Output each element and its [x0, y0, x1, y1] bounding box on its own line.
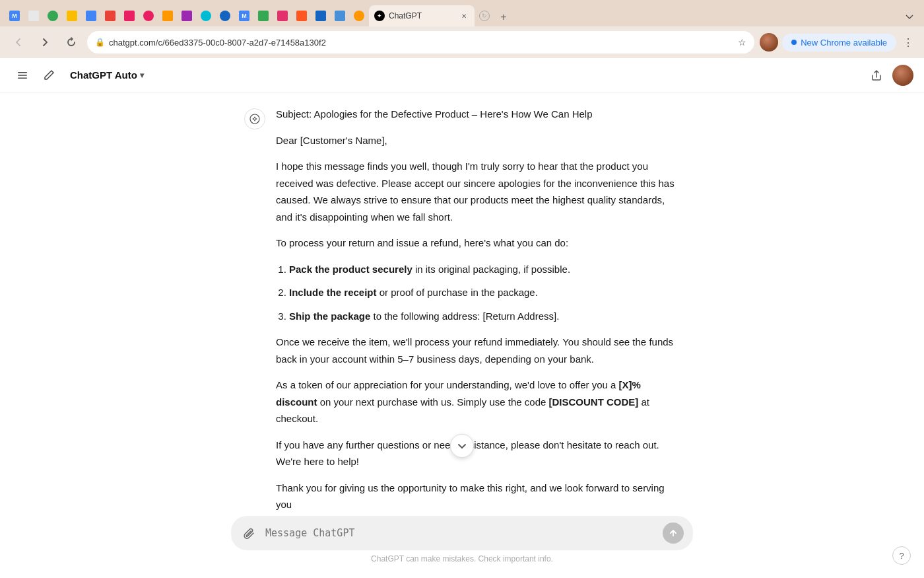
email-greeting: Dear [Customer's Name],: [276, 132, 680, 149]
tab-3[interactable]: [44, 5, 62, 26]
email-paragraph4: As a token of our appreciation for your …: [276, 377, 680, 427]
email-subject: Subject: Apologies for the Defective Pro…: [276, 106, 680, 123]
tab-reload[interactable]: ↻: [475, 5, 494, 26]
email-paragraph5: If you have any further questions or nee…: [276, 437, 680, 470]
profile-avatar-toolbar[interactable]: [760, 33, 778, 52]
tab-16[interactable]: [292, 5, 311, 26]
tab3-favicon: [48, 11, 58, 21]
new-chat-button[interactable]: [37, 63, 61, 87]
tab4-favicon: [67, 11, 77, 21]
active-tab-label: ChatGPT: [389, 11, 452, 20]
reload-button[interactable]: [61, 32, 82, 53]
message-body: Subject: Apologies for the Defective Pro…: [276, 106, 680, 511]
tab-6[interactable]: [101, 5, 119, 26]
tab16-favicon: [296, 11, 307, 21]
tab-11[interactable]: [197, 5, 215, 26]
toolbar-right: New Chrome available ⋮: [760, 33, 916, 52]
chat-input[interactable]: [265, 527, 656, 539]
tab-8[interactable]: [139, 5, 158, 26]
back-button[interactable]: [8, 32, 29, 53]
forward-button[interactable]: [34, 32, 55, 53]
tab17-favicon: [315, 11, 326, 21]
attach-button[interactable]: [240, 524, 259, 542]
step3-rest: to the following address: [Return Addres…: [370, 310, 559, 322]
email-paragraph1: I hope this message finds you well, thou…: [276, 158, 680, 225]
tab13-favicon: M: [239, 11, 249, 21]
chrome-update-label: New Chrome available: [801, 38, 887, 48]
tab-gmail-1[interactable]: M: [5, 5, 24, 26]
sidebar-toggle-button[interactable]: [11, 63, 34, 87]
step-2: Include the receipt or proof of purchase…: [289, 284, 680, 301]
tab6-favicon: [105, 11, 116, 21]
tab18-favicon: [335, 11, 345, 21]
url-text: chatgpt.com/c/66ed3375-00c0-8007-a2d7-e7…: [109, 38, 734, 48]
steps-list: Pack the product securely in its origina…: [289, 261, 680, 325]
main-content: Subject: Apologies for the Defective Pro…: [0, 92, 924, 578]
tab-4[interactable]: [63, 5, 81, 26]
chatgpt-icon: [244, 108, 265, 129]
tab19-favicon: [354, 11, 364, 21]
tab12-favicon: [220, 11, 230, 21]
tab5-favicon: [86, 11, 96, 21]
tab-more-button[interactable]: [900, 8, 919, 26]
chat-area: Subject: Apologies for the Defective Pro…: [0, 92, 924, 511]
chatgpt-favicon: ✦: [374, 11, 385, 21]
svg-rect-0: [18, 72, 27, 73]
update-dot: [791, 40, 797, 45]
browser-menu-button[interactable]: ⋮: [900, 34, 916, 50]
tab7-favicon: [124, 11, 135, 21]
svg-rect-2: [18, 77, 27, 79]
tab-bar: M: [0, 0, 924, 26]
scroll-down-button[interactable]: [450, 434, 474, 458]
input-container: [231, 516, 693, 550]
tab15-favicon: [277, 11, 288, 21]
email-paragraph6: Thank you for giving us the opportunity …: [276, 480, 680, 511]
model-selector[interactable]: ChatGPT Auto ▾: [63, 65, 150, 85]
bookmark-icon[interactable]: ☆: [738, 37, 746, 48]
send-button[interactable]: [663, 523, 684, 544]
tab-18[interactable]: [331, 5, 349, 26]
help-button[interactable]: ?: [892, 546, 911, 565]
tab-14[interactable]: [254, 5, 273, 26]
help-label: ?: [899, 551, 904, 561]
model-chevron-icon: ▾: [140, 71, 144, 80]
gmail-favicon: M: [9, 11, 20, 21]
tab-2[interactable]: [24, 5, 43, 26]
input-area: ChatGPT can make mistakes. Check importa…: [0, 511, 924, 578]
tab-5[interactable]: [82, 5, 100, 26]
tab-9[interactable]: [158, 5, 177, 26]
step2-bold: Include the receipt: [289, 287, 377, 298]
email-paragraph3: Once we receive the item, we'll process …: [276, 334, 680, 367]
new-tab-button[interactable]: +: [494, 8, 513, 26]
share-button[interactable]: [866, 65, 887, 86]
tab11-favicon: [201, 11, 211, 21]
tab8-favicon: [143, 11, 154, 21]
step1-rest: in its original packaging, if possible.: [412, 264, 570, 275]
step-1: Pack the product securely in its origina…: [289, 261, 680, 278]
tab-7[interactable]: [120, 5, 139, 26]
tab-17[interactable]: [312, 5, 330, 26]
step2-rest: or proof of purchase in the package.: [377, 287, 538, 298]
chatgpt-header: ChatGPT Auto ▾: [0, 58, 924, 92]
browser-toolbar: 🔒 chatgpt.com/c/66ed3375-00c0-8007-a2d7-…: [0, 26, 924, 58]
email-intro-list: To process your return and issue a refun…: [276, 235, 680, 252]
para4-pre: As a token of our appreciation for your …: [276, 379, 619, 390]
chrome-update-button[interactable]: New Chrome available: [782, 34, 896, 52]
user-avatar[interactable]: [892, 65, 913, 86]
tab-10[interactable]: [178, 5, 196, 26]
tab-refresh-icon: ↻: [479, 11, 490, 21]
address-bar[interactable]: 🔒 chatgpt.com/c/66ed3375-00c0-8007-a2d7-…: [87, 31, 754, 54]
tab9-favicon: [162, 11, 173, 21]
tab-13[interactable]: M: [235, 5, 253, 26]
tab-12[interactable]: [216, 5, 234, 26]
step3-bold: Ship the package: [289, 310, 370, 322]
svg-rect-1: [18, 75, 27, 76]
header-right-actions: [866, 65, 913, 86]
tab14-favicon: [258, 11, 269, 21]
tab-15[interactable]: [273, 5, 292, 26]
tab-chatgpt-active[interactable]: ✦ ChatGPT ✕: [369, 5, 475, 26]
tab-close-btn[interactable]: ✕: [459, 11, 469, 21]
step1-bold: Pack the product securely: [289, 264, 412, 275]
para4-mid: on your next purchase with us. Simply us…: [317, 396, 549, 408]
tab-19[interactable]: [350, 5, 368, 26]
